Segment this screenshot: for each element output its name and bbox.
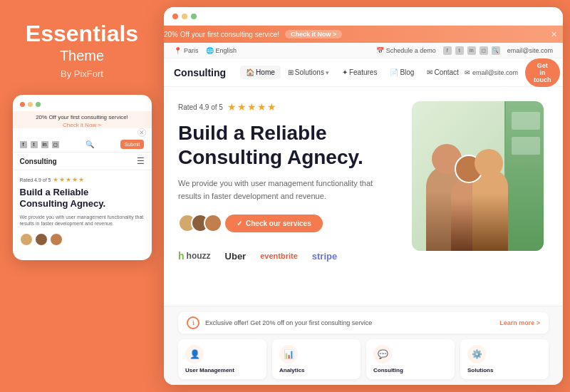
- service-title-2: Consulting: [373, 367, 403, 373]
- lang-text: English: [216, 47, 237, 54]
- mobile-avatars: [20, 233, 145, 246]
- mail-icon: ✉: [427, 68, 432, 76]
- service-icon-2: 💬: [373, 345, 392, 363]
- uber-logo: Uber: [225, 251, 247, 262]
- hero-description: We provide you with user management func…: [178, 177, 378, 202]
- eventbrite-logo: eventbrite: [260, 252, 298, 260]
- chrome-dot-yellow: [182, 14, 187, 19]
- left-panel: Essentials Theme By PixFort 20% Off your…: [0, 0, 164, 392]
- service-icon-3: ⚙️: [467, 345, 486, 363]
- get-in-touch-button[interactable]: Get in touch: [525, 58, 560, 87]
- rating-text: Rated 4.9 of 5: [178, 103, 223, 111]
- head-3: [475, 149, 503, 177]
- mobile-rating-text: Rated 4.9 of 5: [20, 177, 51, 182]
- bottom-section: ℹ Exclusive offer! Get 20% off on your f…: [164, 306, 563, 385]
- hero-stars: ★★★★★: [227, 101, 277, 113]
- envelope-icon: ✉: [465, 69, 470, 76]
- email-text: email@site.com: [507, 47, 553, 54]
- pin-icon: 📍: [174, 47, 182, 54]
- search-icon[interactable]: 🔍: [492, 46, 500, 55]
- hero-left: Rated 4.9 of 5 ★★★★★ Build a Reliable Co…: [178, 101, 392, 299]
- mobile-nav: f t in ◻ 🔍 Submit: [13, 137, 152, 153]
- calendar-icon: 📅: [376, 47, 384, 54]
- mobile-li-icon: in: [41, 141, 48, 148]
- nav-logo: Consulting: [174, 67, 226, 78]
- service-title-3: Solutions: [467, 367, 493, 373]
- mobile-hero-desc: We provide you with user management func…: [20, 214, 145, 228]
- nav-home[interactable]: 🏠 Home: [240, 66, 281, 79]
- check-services-button[interactable]: ✓ Check our services: [225, 215, 323, 232]
- nav-links: 🏠 Home ⊞ Solutions ▾ ✦ Features 📄 Blog ✉…: [240, 66, 465, 79]
- avatar-group: [178, 214, 217, 232]
- mobile-content: Rated 4.9 of 5 ★★★★★ Build a Reliable Co…: [13, 170, 152, 254]
- announcement-close[interactable]: ✕: [551, 30, 557, 39]
- nav-blog[interactable]: 📄 Blog: [384, 66, 420, 79]
- hero-title-line2: Consulting Agnecy.: [178, 146, 363, 168]
- hero-right: [406, 101, 549, 299]
- avatar-3: [204, 214, 222, 232]
- mobile-submit-button[interactable]: Submit: [120, 140, 145, 149]
- mobile-mockup: 20% Off your first consulting service! C…: [13, 95, 152, 260]
- city-text: Paris: [184, 47, 199, 54]
- star-icon: ✦: [342, 68, 348, 76]
- mobile-logo-row: Consulting ☰: [13, 153, 152, 170]
- schedule-demo-button[interactable]: 📅 Schedule a demo: [376, 47, 436, 54]
- mobile-banner-link[interactable]: Check it Now >: [17, 122, 147, 128]
- facebook-icon[interactable]: f: [443, 46, 452, 55]
- linkedin-icon[interactable]: in: [467, 46, 476, 55]
- dot-green: [36, 102, 41, 107]
- browser-chrome: [164, 7, 563, 26]
- mobile-fb-icon: f: [20, 141, 27, 148]
- mobile-close-button[interactable]: ✕: [138, 128, 146, 137]
- service-card-2: 💬 Consulting: [366, 339, 455, 379]
- location-bar: 📍 Paris 🌐 English 📅 Schedule a demo f t …: [164, 43, 563, 58]
- window-element: [512, 112, 540, 130]
- nav-contact[interactable]: ✉ Contact: [421, 66, 464, 79]
- main-mockup: 20% Off your first consulting service! C…: [164, 7, 563, 385]
- mobile-title-line1: Build a Reliable: [20, 187, 89, 197]
- mobile-avatar-2: [35, 233, 48, 246]
- demo-text: Schedule a demo: [386, 47, 436, 54]
- dot-red: [20, 102, 25, 107]
- offer-icon: ℹ: [187, 316, 200, 329]
- team-photo-bg: [412, 101, 544, 251]
- globe-icon: 🌐: [206, 47, 214, 54]
- service-cards: 👤 User Management 📊 Analytics 💬 Consulti…: [178, 339, 549, 379]
- mobile-avatar-3: [50, 233, 63, 246]
- mobile-hero-title: Build a Reliable Consulting Agnecy.: [20, 187, 145, 210]
- location-lang: 🌐 English: [206, 47, 237, 54]
- hero-actions: ✓ Check our services: [178, 214, 392, 232]
- mobile-close-row: ✕: [13, 128, 152, 137]
- hero-image: [412, 101, 544, 251]
- twitter-icon[interactable]: t: [455, 46, 464, 55]
- location-left: 📍 Paris 🌐 English: [174, 47, 237, 54]
- hamburger-icon[interactable]: ☰: [137, 156, 145, 166]
- grid-icon: ⊞: [288, 68, 294, 76]
- houzz-icon: h: [178, 250, 185, 262]
- nav-features[interactable]: ✦ Features: [336, 66, 383, 79]
- mobile-banner-text: 20% Off your first consulting service!: [36, 114, 128, 120]
- service-card-1: 📊 Analytics: [272, 339, 361, 379]
- chevron-down-icon: ▾: [326, 69, 329, 76]
- mobile-logo: Consulting: [20, 158, 57, 165]
- service-icon-1: 📊: [279, 345, 298, 363]
- person-3: [472, 169, 508, 251]
- nav-solutions[interactable]: ⊞ Solutions ▾: [282, 66, 335, 79]
- home-icon: 🏠: [246, 68, 254, 76]
- nav-right: ✉ email@site.com Get in touch: [465, 58, 560, 87]
- nav-email: ✉ email@site.com: [465, 69, 518, 76]
- instagram-icon[interactable]: ◻: [480, 46, 488, 55]
- navbar: Consulting 🏠 Home ⊞ Solutions ▾ ✦ Featur…: [164, 58, 563, 87]
- announcement-text: 20% Off your first consulting service!: [164, 31, 279, 38]
- location-city: 📍 Paris: [174, 47, 199, 54]
- learn-more-link[interactable]: Learn more >: [499, 319, 540, 326]
- service-title-0: User Management: [185, 367, 234, 373]
- hero-rating: Rated 4.9 of 5 ★★★★★: [178, 101, 392, 113]
- mobile-search-icon[interactable]: 🔍: [86, 140, 94, 148]
- mobile-social-icons: f t in ◻: [20, 141, 59, 148]
- announcement-cta[interactable]: Check it Now >: [285, 30, 342, 38]
- chrome-dot-red: [172, 14, 178, 19]
- service-title-1: Analytics: [279, 367, 305, 373]
- brand-by: By PixFort: [61, 68, 103, 79]
- doc-icon: 📄: [390, 68, 398, 76]
